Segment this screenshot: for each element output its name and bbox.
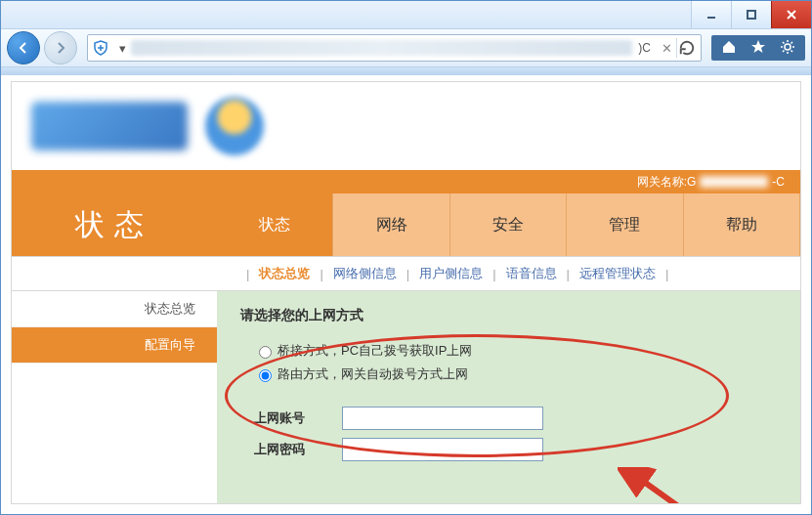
password-label: 上网密码 — [254, 441, 342, 458]
radio-bridge[interactable] — [259, 346, 272, 359]
content-area: 状态总览 配置向导 请选择您的上网方式 桥接方式，PC自己拨号获取IP上网 路由… — [12, 291, 800, 504]
browser-window: ▾ )C ✕ 网关名称:G-C 状态 状态 — [0, 0, 812, 515]
refresh-icon[interactable] — [676, 38, 697, 58]
home-icon[interactable] — [717, 35, 741, 59]
dropdown-icon[interactable]: ▾ — [113, 41, 131, 56]
tab-label: 帮助 — [726, 215, 757, 236]
page-title: 状态 — [12, 193, 217, 256]
gateway-blurred — [700, 176, 768, 188]
window-close-button[interactable] — [771, 1, 811, 28]
toolbar-ribbon — [1, 67, 811, 75]
option-bridge-row: 桥接方式，PC自己拨号获取IP上网 — [254, 342, 777, 360]
sidebar-item-wizard[interactable]: 配置向导 — [12, 327, 217, 364]
tab-security[interactable]: 安全 — [450, 193, 567, 256]
config-panel: 请选择您的上网方式 桥接方式，PC自己拨号获取IP上网 路由方式，网关自动拨号方… — [217, 291, 800, 504]
url-blurred — [131, 40, 632, 56]
subnav-remote-status[interactable]: 远程管理状态 — [579, 265, 656, 282]
address-bar[interactable]: ▾ )C ✕ — [87, 34, 702, 62]
sidebar: 状态总览 配置向导 — [12, 291, 217, 504]
shield-icon — [92, 39, 109, 57]
gateway-name-bar: 网关名称:G-C — [12, 170, 800, 193]
main-row: 状态 状态 网络 安全 管理 帮助 — [12, 193, 800, 256]
account-input[interactable] — [342, 407, 543, 430]
favorites-icon[interactable] — [747, 35, 770, 59]
tab-help[interactable]: 帮助 — [684, 193, 800, 256]
account-label: 上网账号 — [254, 409, 342, 427]
sidebar-item-overview[interactable]: 状态总览 — [12, 291, 217, 327]
sidebar-item-label: 状态总览 — [145, 300, 195, 318]
browser-toolbar: ▾ )C ✕ — [1, 29, 811, 67]
gateway-label: 网关名称:G — [637, 175, 697, 189]
tab-status[interactable]: 状态 — [217, 193, 333, 256]
subnav-user-info[interactable]: 用户侧信息 — [419, 265, 483, 282]
gateway-suffix: -C — [772, 175, 785, 189]
tab-label: 状态 — [259, 215, 290, 236]
browser-right-tools — [711, 35, 805, 61]
account-row: 上网账号 — [254, 407, 777, 430]
back-button[interactable] — [7, 31, 40, 64]
isp-logo-blurred — [31, 102, 188, 150]
page-frame: 网关名称:G-C 状态 状态 网络 安全 管理 帮助 | 状态总览 | 网络侧信… — [11, 81, 801, 504]
subnav-overview[interactable]: 状态总览 — [259, 265, 310, 282]
radio-router[interactable] — [259, 369, 272, 382]
top-tabs: 状态 网络 安全 管理 帮助 — [217, 193, 800, 256]
window-maximize-button[interactable] — [731, 1, 771, 28]
password-input[interactable] — [342, 438, 543, 461]
svg-rect-1 — [748, 11, 755, 19]
forward-button[interactable] — [44, 31, 77, 64]
panel-title: 请选择您的上网方式 — [240, 307, 777, 324]
tab-network[interactable]: 网络 — [333, 193, 449, 256]
tab-manage[interactable]: 管理 — [567, 193, 683, 256]
tab-label: 管理 — [609, 215, 640, 236]
window-titlebar — [1, 1, 811, 29]
option-bridge-label: 桥接方式，PC自己拨号获取IP上网 — [278, 342, 472, 360]
logo-area — [12, 82, 800, 170]
clear-icon[interactable]: ✕ — [657, 41, 676, 56]
subnav-network-info[interactable]: 网络侧信息 — [333, 265, 397, 282]
annotation-arrow — [618, 467, 784, 504]
password-row: 上网密码 — [254, 438, 777, 461]
sub-nav: | 状态总览 | 网络侧信息 | 用户侧信息 | 语音信息 | 远程管理状态 | — [12, 256, 800, 291]
option-router-label: 路由方式，网关自动拨号方式上网 — [278, 365, 468, 383]
tab-label: 网络 — [376, 215, 407, 236]
mascot-blurred — [205, 97, 264, 155]
tab-label: 安全 — [492, 215, 524, 236]
subnav-voice-info[interactable]: 语音信息 — [506, 265, 557, 282]
settings-icon[interactable] — [776, 35, 799, 59]
svg-line-7 — [637, 477, 774, 504]
option-router-row: 路由方式，网关自动拨号方式上网 — [254, 365, 777, 383]
url-suffix: )C — [632, 41, 657, 55]
sidebar-item-label: 配置向导 — [145, 336, 195, 354]
svg-point-6 — [785, 44, 791, 50]
window-minimize-button[interactable] — [691, 1, 731, 28]
